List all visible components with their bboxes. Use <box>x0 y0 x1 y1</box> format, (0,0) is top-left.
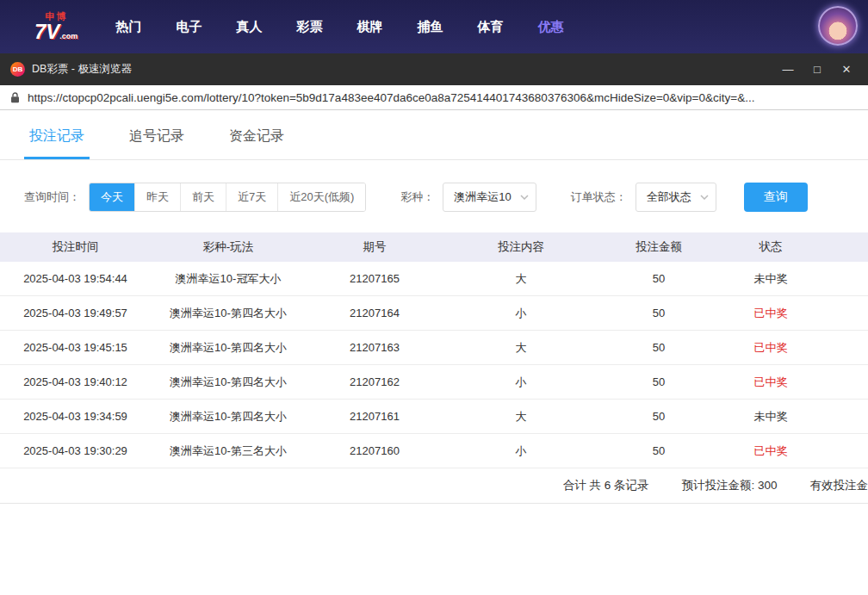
table-row: 2025-04-03 19:40:12 澳洲幸运10-第四名大小 2120716… <box>0 365 868 400</box>
cell-bet-amount: 50 <box>598 341 719 354</box>
cell-status: 未中奖 <box>719 271 822 287</box>
header-status: 状态 <box>719 239 822 255</box>
table-row: 2025-04-03 19:45:15 澳洲幸运10-第四名大小 2120716… <box>0 331 868 365</box>
cell-bet-content: 小 <box>443 306 598 321</box>
main-nav: 热门 电子 真人 彩票 棋牌 捕鱼 体育 优惠 <box>98 19 580 35</box>
cell-bet-content: 小 <box>443 375 598 390</box>
site-logo[interactable]: 申博 7V.com <box>34 12 78 42</box>
url-text[interactable]: https://ctopcp02pcali.uengi5e.com/lotter… <box>28 91 754 104</box>
chevron-down-icon <box>520 195 529 200</box>
cell-bet-time: 2025-04-03 19:49:57 <box>0 307 151 319</box>
header-bet-content: 投注内容 <box>443 239 598 255</box>
cell-game-play: 澳洲幸运10-第四名大小 <box>151 340 306 356</box>
chevron-down-icon <box>700 195 709 200</box>
tab-chase-records[interactable]: 追号记录 <box>124 114 189 159</box>
footer-expected-amount: 预计投注金额: 300 <box>681 478 777 493</box>
nav-item-sports[interactable]: 体育 <box>460 19 520 35</box>
cell-bet-content: 大 <box>443 409 598 425</box>
tab-bet-records[interactable]: 投注记录 <box>24 114 90 159</box>
table-footer: 合计 共 6 条记录 预计投注金额: 300 有效投注金 <box>0 468 868 504</box>
site-header: 申博 7V.com 热门 电子 真人 彩票 棋牌 捕鱼 体育 优惠 <box>0 0 868 53</box>
minimize-button[interactable]: — <box>773 59 803 81</box>
cell-bet-time: 2025-04-03 19:30:29 <box>0 444 151 457</box>
lock-icon <box>10 92 20 103</box>
cell-bet-amount: 50 <box>598 272 719 285</box>
cell-issue: 21207160 <box>306 444 443 457</box>
user-avatar[interactable] <box>818 6 858 46</box>
cell-game-play: 澳洲幸运10-第三名大小 <box>151 443 306 459</box>
cell-issue: 21207163 <box>306 341 443 354</box>
table-row: 2025-04-03 19:54:44 澳洲幸运10-冠军大小 21207165… <box>0 262 868 296</box>
time-filter-label: 查询时间： <box>24 189 80 205</box>
nav-item-live[interactable]: 真人 <box>219 19 279 35</box>
time-filter-today[interactable]: 今天 <box>90 183 134 211</box>
cell-game-play: 澳洲幸运10-第四名大小 <box>151 409 306 425</box>
time-filter-20days[interactable]: 近20天(低频) <box>277 183 365 211</box>
time-filter-group: 今天 昨天 前天 近7天 近20天(低频) <box>89 183 366 212</box>
time-filter-yesterday[interactable]: 昨天 <box>134 183 180 211</box>
footer-total-records: 合计 共 6 条记录 <box>563 478 649 493</box>
cell-bet-amount: 50 <box>598 375 719 388</box>
cell-game-play: 澳洲幸运10-冠军大小 <box>151 271 306 287</box>
address-bar[interactable]: https://ctopcp02pcali.uengi5e.com/lotter… <box>0 85 868 110</box>
record-tabs: 投注记录 追号记录 资金记录 <box>0 114 868 160</box>
cell-bet-content: 大 <box>443 271 598 287</box>
nav-item-fishing[interactable]: 捕鱼 <box>400 19 460 35</box>
tab-fund-records[interactable]: 资金记录 <box>224 114 289 159</box>
lottery-select-value: 澳洲幸运10 <box>454 189 511 205</box>
cell-game-play: 澳洲幸运10-第四名大小 <box>151 375 306 390</box>
filter-bar: 查询时间： 今天 昨天 前天 近7天 近20天(低频) 彩种： 澳洲幸运10 订… <box>24 183 868 212</box>
order-status-select[interactable]: 全部状态 <box>636 183 716 212</box>
nav-item-promotions[interactable]: 优惠 <box>520 19 580 35</box>
header-game-play: 彩种-玩法 <box>151 239 306 255</box>
header-issue: 期号 <box>306 239 443 255</box>
cell-issue: 21207164 <box>306 307 443 319</box>
close-button[interactable]: ✕ <box>832 59 861 81</box>
cell-issue: 21207161 <box>306 410 443 423</box>
nav-item-lottery[interactable]: 彩票 <box>279 19 339 35</box>
cell-bet-time: 2025-04-03 19:34:59 <box>0 410 151 423</box>
footer-valid-amount: 有效投注金 <box>810 478 868 493</box>
logo-main-text: 7V.com <box>34 22 78 42</box>
time-filter-daybefore[interactable]: 前天 <box>180 183 226 211</box>
cell-issue: 21207162 <box>306 375 443 388</box>
cell-status: 已中奖 <box>719 443 822 459</box>
order-status-value: 全部状态 <box>647 189 691 205</box>
cell-issue: 21207165 <box>306 272 443 285</box>
window-title: DB彩票 - 极速浏览器 <box>32 62 132 77</box>
cell-bet-time: 2025-04-03 19:54:44 <box>0 272 151 285</box>
bet-records-table: 投注时间 彩种-玩法 期号 投注内容 投注金额 状态 2025-04-03 19… <box>0 232 868 504</box>
order-status-label: 订单状态： <box>571 189 627 205</box>
cell-bet-time: 2025-04-03 19:45:15 <box>0 341 151 354</box>
browser-titlebar: DB DB彩票 - 极速浏览器 — □ ✕ <box>0 53 868 85</box>
cell-status: 未中奖 <box>719 409 822 425</box>
lottery-select[interactable]: 澳洲幸运10 <box>443 183 536 212</box>
window-controls: — □ ✕ <box>773 59 861 81</box>
time-filter-7days[interactable]: 近7天 <box>226 183 277 211</box>
cell-bet-content: 大 <box>443 340 598 356</box>
cell-status: 已中奖 <box>719 306 822 321</box>
nav-item-hot[interactable]: 热门 <box>98 19 158 35</box>
cell-game-play: 澳洲幸运10-第四名大小 <box>151 306 306 321</box>
site-favicon-icon: DB <box>10 62 25 77</box>
cell-status: 已中奖 <box>719 375 822 390</box>
lottery-select-label: 彩种： <box>400 189 434 205</box>
cell-bet-time: 2025-04-03 19:40:12 <box>0 375 151 388</box>
cell-bet-amount: 50 <box>598 444 719 457</box>
header-bet-amount: 投注金额 <box>598 239 719 255</box>
header-bet-time: 投注时间 <box>0 239 151 255</box>
search-button[interactable]: 查询 <box>744 183 808 212</box>
nav-item-electronic[interactable]: 电子 <box>158 19 219 35</box>
table-row: 2025-04-03 19:49:57 澳洲幸运10-第四名大小 2120716… <box>0 296 868 331</box>
cell-bet-content: 小 <box>443 443 598 459</box>
cell-status: 已中奖 <box>719 340 822 356</box>
cell-bet-amount: 50 <box>598 307 719 319</box>
maximize-button[interactable]: □ <box>803 59 832 81</box>
table-header-row: 投注时间 彩种-玩法 期号 投注内容 投注金额 状态 <box>0 232 868 262</box>
nav-item-boardgames[interactable]: 棋牌 <box>339 19 400 35</box>
table-row: 2025-04-03 19:30:29 澳洲幸运10-第三名大小 2120716… <box>0 434 868 468</box>
cell-bet-amount: 50 <box>598 410 719 423</box>
table-row: 2025-04-03 19:34:59 澳洲幸运10-第四名大小 2120716… <box>0 400 868 434</box>
